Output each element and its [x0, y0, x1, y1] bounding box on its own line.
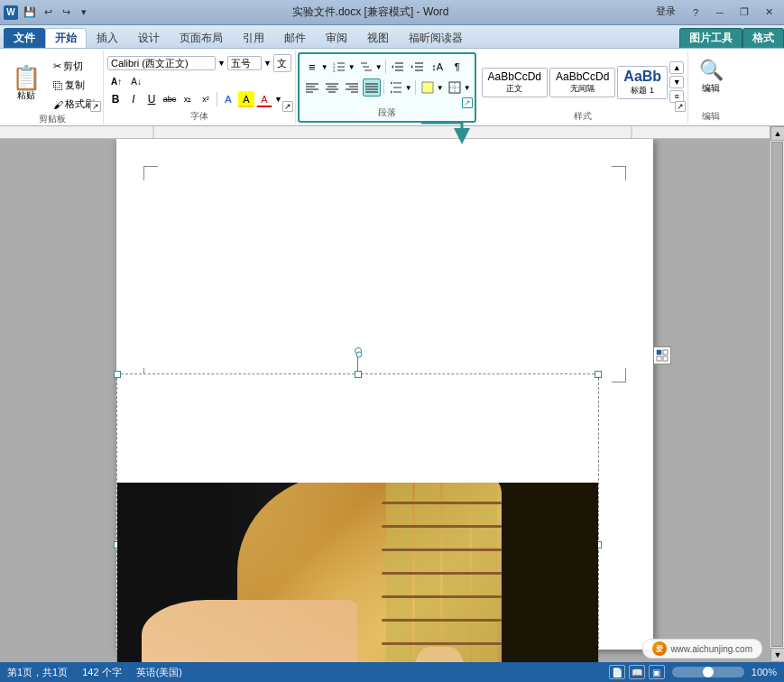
save-quick-btn[interactable]: 💾 — [22, 5, 38, 21]
close-btn[interactable]: ✕ — [757, 5, 780, 21]
help-btn[interactable]: ? — [684, 5, 707, 21]
clipboard-group-label[interactable]: 剪贴板 — [5, 113, 99, 127]
redo-quick-btn[interactable]: ↪ — [58, 5, 74, 21]
strikethrough-btn[interactable]: abc — [161, 91, 178, 107]
font-expand-btn[interactable]: ↗ — [282, 101, 293, 112]
borders-btn[interactable] — [446, 78, 464, 97]
decrease-indent-btn[interactable] — [389, 58, 407, 76]
subscript-btn[interactable]: x₂ — [180, 91, 196, 107]
font-name-input[interactable] — [107, 56, 216, 70]
view-layout-btn[interactable]: ▣ — [649, 665, 665, 679]
tab-review[interactable]: 审阅 — [316, 28, 357, 48]
sort-btn[interactable]: ↕A — [429, 58, 447, 76]
language-info[interactable]: 英语(美国) — [136, 666, 182, 679]
view-normal-btn[interactable]: 📄 — [609, 665, 625, 679]
layout-options-icon[interactable] — [653, 346, 671, 364]
font-format-toggle[interactable]: 文 — [273, 54, 291, 72]
bullets-dropdown[interactable]: ▼ — [321, 63, 328, 71]
grow-font-btn[interactable]: A↑ — [107, 75, 125, 88]
line-spacing-dropdown[interactable]: ▼ — [405, 84, 412, 92]
shrink-font-btn[interactable]: A↓ — [127, 75, 145, 88]
pipa-image — [117, 483, 598, 662]
styles-scroll-up[interactable]: ▲ — [669, 61, 684, 74]
clipboard-expand-btn[interactable]: ↗ — [90, 101, 101, 112]
font-size-dropdown[interactable]: ▼ — [263, 59, 272, 68]
editing-group-label: 编辑 — [692, 110, 730, 124]
borders-dropdown[interactable]: ▼ — [464, 84, 471, 92]
font-size-input[interactable] — [227, 56, 262, 70]
style-heading1[interactable]: AaBb 标题 1 — [617, 66, 668, 99]
text-effect-btn[interactable]: A — [220, 91, 236, 107]
line-spacing-btn[interactable] — [387, 78, 405, 97]
superscript-btn[interactable]: x² — [198, 91, 214, 107]
tab-reader[interactable]: 福昕阅读器 — [399, 28, 473, 48]
multilevel-btn[interactable] — [357, 58, 375, 76]
font-name-dropdown[interactable]: ▼ — [217, 59, 226, 68]
font-group-label[interactable]: 字体 — [107, 110, 291, 124]
login-btn[interactable]: 登录 — [649, 5, 683, 21]
rotation-handle[interactable] — [355, 347, 362, 355]
customize-quick-btn[interactable]: ▾ — [76, 5, 92, 21]
svg-text:3.: 3. — [333, 69, 336, 73]
increase-indent-btn[interactable] — [409, 58, 427, 76]
tab-file[interactable]: 文件 — [4, 28, 45, 48]
word-count[interactable]: 142 个字 — [82, 666, 121, 679]
editing-label: 编辑 — [702, 82, 720, 95]
align-right-btn[interactable] — [343, 78, 361, 97]
highlight-btn[interactable]: A — [238, 91, 254, 107]
shading-btn[interactable] — [419, 78, 437, 97]
font-color-btn[interactable]: A — [256, 91, 272, 107]
copy-button[interactable]: ⿻ 复制 — [49, 77, 99, 94]
minimize-btn[interactable]: ─ — [708, 5, 732, 21]
justify-btn[interactable] — [363, 78, 381, 97]
paragraph-expand-btn[interactable]: ↗ — [462, 97, 473, 108]
show-marks-btn[interactable]: ¶ — [448, 58, 466, 76]
italic-btn[interactable]: I — [125, 91, 142, 107]
tab-design[interactable]: 设计 — [128, 28, 170, 48]
tab-format[interactable]: 格式 — [742, 28, 784, 48]
handle-top-left[interactable] — [114, 371, 121, 378]
style-normal-label: 正文 — [488, 83, 541, 95]
restore-btn[interactable]: ❐ — [733, 5, 756, 21]
numbering-dropdown[interactable]: ▼ — [348, 63, 355, 71]
tab-view[interactable]: 视图 — [357, 28, 399, 48]
paste-button[interactable]: 📋 粘贴 — [5, 63, 47, 105]
undo-quick-btn[interactable]: ↩ — [40, 5, 56, 21]
align-left-btn[interactable] — [303, 78, 321, 97]
tab-mail[interactable]: 邮件 — [274, 28, 316, 48]
tab-layout[interactable]: 页面布局 — [170, 28, 233, 48]
bullets-btn[interactable]: ≡ — [303, 58, 321, 76]
multilevel-dropdown[interactable]: ▼ — [375, 63, 383, 71]
cut-button[interactable]: ✂ 剪切 — [49, 58, 99, 75]
style-nospace[interactable]: AaBbCcDd 无间隔 — [549, 68, 615, 97]
tab-picture-tools[interactable]: 图片工具 — [679, 28, 742, 48]
copy-icon: ⿻ — [53, 80, 63, 91]
handle-top-mid[interactable] — [355, 371, 362, 378]
underline-btn[interactable]: U — [143, 91, 160, 107]
styles-group-label[interactable]: 样式 — [482, 110, 685, 124]
svg-marker-36 — [391, 81, 392, 84]
page-info[interactable]: 第1页，共1页 — [7, 666, 68, 679]
style-nospace-preview: AaBbCcDd — [556, 70, 609, 83]
styles-expand-btn[interactable]: ↗ — [675, 101, 686, 112]
style-heading1-preview: AaBb — [623, 69, 661, 85]
bold-btn[interactable]: B — [107, 91, 124, 107]
paragraph-group-label[interactable]: 段落 — [303, 106, 471, 121]
tab-insert[interactable]: 插入 — [87, 28, 128, 48]
handle-top-right[interactable] — [595, 371, 602, 378]
view-read-btn[interactable]: 📖 — [629, 665, 645, 679]
font-color-dropdown[interactable]: ▼ — [274, 95, 282, 104]
tab-ref[interactable]: 引用 — [233, 28, 274, 48]
align-center-btn[interactable] — [323, 78, 341, 97]
page-content[interactable] — [152, 175, 617, 373]
editing-button[interactable]: 🔍 编辑 — [693, 54, 730, 99]
style-nospace-label: 无间隔 — [556, 83, 609, 95]
style-normal[interactable]: AaBbCcDd 正文 — [482, 68, 548, 97]
numbering-btn[interactable]: 1. 2. 3. — [330, 58, 348, 76]
tab-home[interactable]: 开始 — [45, 28, 87, 48]
zoom-slider[interactable] — [672, 667, 744, 677]
zoom-level[interactable]: 100% — [752, 667, 777, 677]
selected-image-container[interactable] — [116, 373, 599, 662]
styles-scroll-down[interactable]: ▼ — [669, 76, 684, 88]
shading-dropdown[interactable]: ▼ — [437, 84, 444, 92]
